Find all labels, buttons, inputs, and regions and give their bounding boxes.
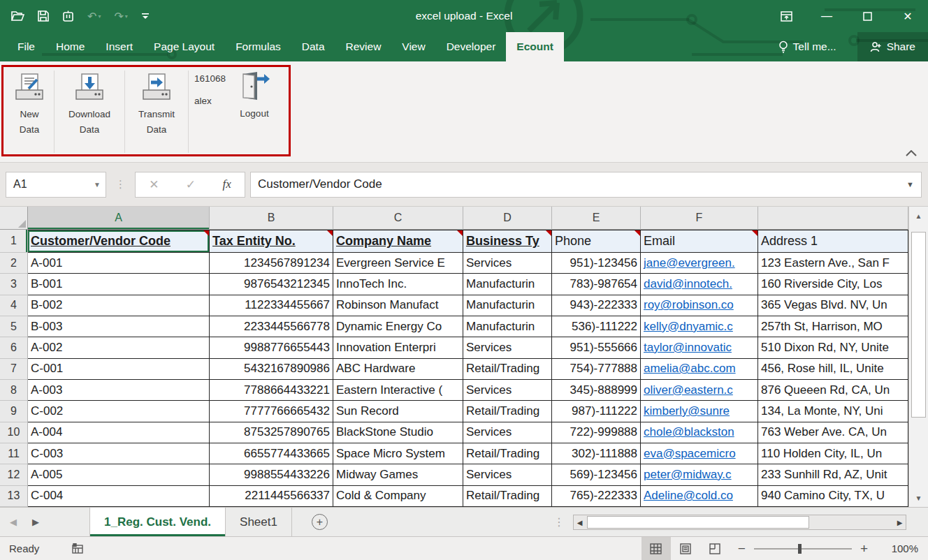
- cell-E5[interactable]: 536)-111222: [552, 316, 641, 337]
- cell-D6[interactable]: Services: [463, 337, 552, 358]
- cell-C11[interactable]: Space Micro System: [333, 443, 463, 464]
- tab-review[interactable]: Review: [335, 32, 392, 61]
- customize-qat-icon[interactable]: [141, 12, 150, 20]
- undo-icon[interactable]: ↶▾: [87, 10, 101, 23]
- tab-ecount[interactable]: Ecount: [506, 32, 564, 61]
- cell-F6[interactable]: taylor@innovatic: [641, 337, 758, 358]
- col-header-g[interactable]: [758, 207, 908, 230]
- new-data-button[interactable]: New Data: [5, 69, 54, 154]
- header-cell-D1[interactable]: Business Ty: [463, 230, 552, 253]
- cell-C6[interactable]: Innovation Enterpri: [333, 337, 463, 358]
- cell-E9[interactable]: 987)-111222: [552, 401, 641, 422]
- row-header-8[interactable]: 8: [0, 380, 28, 401]
- cell-C3[interactable]: InnoTech Inc.: [333, 274, 463, 295]
- cell-B11[interactable]: 6655774433665: [210, 443, 333, 464]
- cell-C10[interactable]: BlackStone Studio: [333, 422, 463, 443]
- cell-g9[interactable]: 134, La Monte, NY, Uni: [758, 401, 908, 422]
- row-header-9[interactable]: 9: [0, 401, 28, 422]
- sheet-tab-sheet1[interactable]: Sheet1: [226, 508, 292, 536]
- share-button[interactable]: Share: [857, 32, 928, 61]
- cell-F5[interactable]: kelly@dnyamic.c: [641, 316, 758, 337]
- cell-F13[interactable]: Adeline@cold.co: [641, 486, 758, 507]
- cell-F3[interactable]: david@innotech.: [641, 274, 758, 295]
- cell-E2[interactable]: 951)-123456: [552, 253, 641, 274]
- horizontal-scroll-thumb[interactable]: [587, 516, 809, 529]
- cell-C8[interactable]: Eastern Interactive (: [333, 380, 463, 401]
- cell-A3[interactable]: B-001: [28, 274, 210, 295]
- sheet-prev-icon[interactable]: ◀: [10, 517, 17, 527]
- cell-A7[interactable]: C-001: [28, 359, 210, 380]
- cell-F4[interactable]: roy@robinson.co: [641, 295, 758, 316]
- cell-B6[interactable]: 9988776655443: [210, 337, 333, 358]
- select-all-corner[interactable]: [0, 207, 28, 230]
- tab-scroll-grip[interactable]: ⋮: [553, 508, 565, 536]
- cell-E8[interactable]: 345)-888999: [552, 380, 641, 401]
- header-cell-A1[interactable]: Customer/Vendor Code: [28, 230, 210, 253]
- formula-bar-grip[interactable]: ⋮: [115, 178, 126, 191]
- cell-E3[interactable]: 783)-987654: [552, 274, 641, 295]
- cell-A6[interactable]: A-002: [28, 337, 210, 358]
- cell-C2[interactable]: Evergreen Service E: [333, 253, 463, 274]
- cell-D3[interactable]: Manufacturin: [463, 274, 552, 295]
- cell-g11[interactable]: 110 Holden City, IL, Un: [758, 443, 908, 464]
- cell-B9[interactable]: 7777766665432: [210, 401, 333, 422]
- header-cell-B1[interactable]: Tax Entity No.: [210, 230, 333, 253]
- cell-A11[interactable]: C-003: [28, 443, 210, 464]
- scroll-down-icon[interactable]: ▼: [909, 489, 928, 507]
- close-icon[interactable]: ✕: [887, 0, 928, 32]
- tab-page-layout[interactable]: Page Layout: [143, 32, 225, 61]
- zoom-slider[interactable]: [754, 548, 852, 550]
- cell-B12[interactable]: 9988554433226: [210, 464, 333, 485]
- row-header-13[interactable]: 13: [0, 486, 28, 507]
- cell-C13[interactable]: Cold & Company: [333, 486, 463, 507]
- maximize-icon[interactable]: [847, 0, 887, 32]
- cell-E10[interactable]: 722)-999888: [552, 422, 641, 443]
- cell-g13[interactable]: 940 Camino City, TX, U: [758, 486, 908, 507]
- page-layout-view-icon[interactable]: [671, 537, 700, 560]
- row-header-2[interactable]: 2: [0, 253, 28, 274]
- macro-record-icon[interactable]: [72, 543, 84, 554]
- sheet-next-icon[interactable]: ▶: [32, 517, 39, 527]
- row-header-4[interactable]: 4: [0, 295, 28, 316]
- cell-A10[interactable]: A-004: [28, 422, 210, 443]
- cell-B4[interactable]: 1122334455667: [210, 295, 333, 316]
- cell-g7[interactable]: 456, Rose hill, IL, Unite: [758, 359, 908, 380]
- expand-formula-bar-icon[interactable]: ▼: [906, 180, 914, 189]
- cell-B7[interactable]: 5432167890986: [210, 359, 333, 380]
- logout-button[interactable]: Logout: [236, 69, 273, 154]
- cell-E12[interactable]: 569)-123456: [552, 464, 641, 485]
- cell-C7[interactable]: ABC Hardware: [333, 359, 463, 380]
- normal-view-icon[interactable]: [641, 537, 671, 560]
- col-header-C[interactable]: C: [333, 207, 463, 230]
- formula-input[interactable]: Customer/Vendor Code ▼: [250, 172, 922, 198]
- cell-g8[interactable]: 876 Queeen Rd, CA, Un: [758, 380, 908, 401]
- horizontal-scrollbar[interactable]: ◀ ▶: [573, 515, 906, 530]
- scroll-left-icon[interactable]: ◀: [574, 519, 586, 526]
- cell-D5[interactable]: Manufacturin: [463, 316, 552, 337]
- tab-insert[interactable]: Insert: [95, 32, 143, 61]
- cell-A12[interactable]: A-005: [28, 464, 210, 485]
- tab-developer[interactable]: Developer: [436, 32, 507, 61]
- row-header-3[interactable]: 3: [0, 274, 28, 295]
- cell-A9[interactable]: C-002: [28, 401, 210, 422]
- row-header-12[interactable]: 12: [0, 464, 28, 485]
- cell-D12[interactable]: Services: [463, 464, 552, 485]
- cell-g3[interactable]: 160 Riverside City, Los: [758, 274, 908, 295]
- tab-view[interactable]: View: [391, 32, 435, 61]
- collapse-ribbon-icon[interactable]: [906, 147, 917, 159]
- vertical-scroll-thumb[interactable]: [911, 232, 926, 418]
- tab-home[interactable]: Home: [45, 32, 95, 61]
- cell-D7[interactable]: Retail/Trading: [463, 359, 552, 380]
- header-cell-E1[interactable]: Phone: [552, 230, 641, 253]
- cell-E4[interactable]: 943)-222333: [552, 295, 641, 316]
- cell-A4[interactable]: B-002: [28, 295, 210, 316]
- cell-B8[interactable]: 7788664433221: [210, 380, 333, 401]
- cell-F7[interactable]: amelia@abc.com: [641, 359, 758, 380]
- cell-A5[interactable]: B-003: [28, 316, 210, 337]
- cell-C9[interactable]: Sun Record: [333, 401, 463, 422]
- redo-icon[interactable]: ↷▾: [114, 10, 127, 23]
- insert-function-icon[interactable]: fx: [223, 177, 231, 191]
- tab-file[interactable]: File: [7, 32, 45, 61]
- download-data-button[interactable]: Download Data: [55, 69, 124, 154]
- cell-B10[interactable]: 8753257890765: [210, 422, 333, 443]
